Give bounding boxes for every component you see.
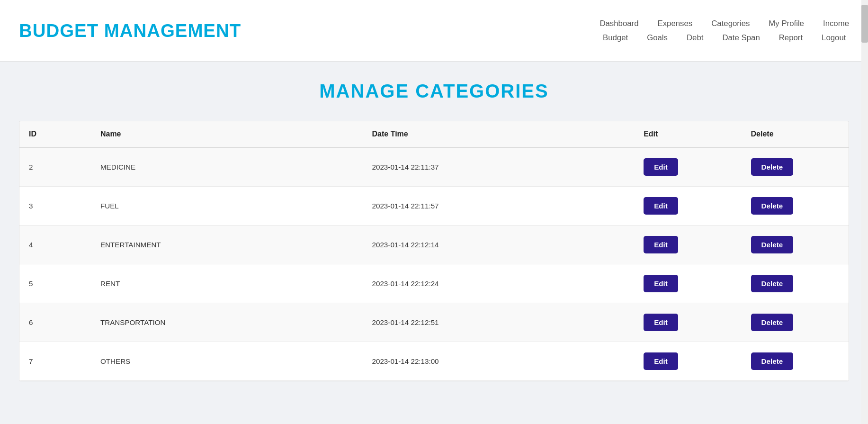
- edit-button[interactable]: Edit: [644, 352, 678, 370]
- cell-id: 7: [19, 342, 91, 381]
- edit-button[interactable]: Edit: [644, 314, 678, 331]
- edit-button[interactable]: Edit: [644, 158, 678, 176]
- scrollbar-thumb[interactable]: [861, 5, 868, 43]
- cell-datetime: 2023-01-14 22:13:00: [363, 342, 635, 381]
- table-row: 2 MEDICINE 2023-01-14 22:11:37 Edit Dele…: [19, 147, 849, 187]
- delete-button[interactable]: Delete: [751, 197, 794, 215]
- table-row: 7 OTHERS 2023-01-14 22:13:00 Edit Delete: [19, 342, 849, 381]
- delete-button[interactable]: Delete: [751, 275, 794, 292]
- nav-budget[interactable]: Budget: [603, 33, 628, 43]
- nav-debt[interactable]: Debt: [687, 33, 703, 43]
- cell-delete: Delete: [742, 342, 849, 381]
- nav-report[interactable]: Report: [779, 33, 803, 43]
- col-header-name: Name: [91, 121, 363, 147]
- edit-button[interactable]: Edit: [644, 275, 678, 292]
- cell-datetime: 2023-01-14 22:12:51: [363, 303, 635, 342]
- col-header-id: ID: [19, 121, 91, 147]
- cell-datetime: 2023-01-14 22:12:24: [363, 264, 635, 303]
- nav-categories[interactable]: Categories: [711, 19, 750, 28]
- col-header-edit: Edit: [634, 121, 741, 147]
- cell-datetime: 2023-01-14 22:12:14: [363, 226, 635, 264]
- cell-edit: Edit: [634, 147, 741, 187]
- categories-table-wrapper: ID Name Date Time Edit Delete 2 MEDICINE…: [19, 121, 849, 381]
- cell-name: MEDICINE: [91, 147, 363, 187]
- cell-id: 3: [19, 187, 91, 226]
- cell-name: TRANSPORTATION: [91, 303, 363, 342]
- cell-delete: Delete: [742, 303, 849, 342]
- cell-edit: Edit: [634, 226, 741, 264]
- col-header-datetime: Date Time: [363, 121, 635, 147]
- cell-edit: Edit: [634, 187, 741, 226]
- cell-name: ENTERTAINMENT: [91, 226, 363, 264]
- delete-button[interactable]: Delete: [751, 352, 794, 370]
- main-content: MANAGE CATEGORIES ID Name Date Time Edit…: [0, 62, 868, 391]
- cell-id: 4: [19, 226, 91, 264]
- cell-datetime: 2023-01-14 22:11:37: [363, 147, 635, 187]
- edit-button[interactable]: Edit: [644, 197, 678, 215]
- cell-datetime: 2023-01-14 22:11:57: [363, 187, 635, 226]
- cell-name: FUEL: [91, 187, 363, 226]
- cell-delete: Delete: [742, 226, 849, 264]
- delete-button[interactable]: Delete: [751, 314, 794, 331]
- cell-delete: Delete: [742, 187, 849, 226]
- cell-id: 2: [19, 147, 91, 187]
- table-row: 3 FUEL 2023-01-14 22:11:57 Edit Delete: [19, 187, 849, 226]
- nav-dashboard[interactable]: Dashboard: [600, 19, 638, 28]
- nav-logout[interactable]: Logout: [822, 33, 846, 43]
- brand-title: BUDGET MANAGEMENT: [19, 20, 241, 41]
- table-row: 4 ENTERTAINMENT 2023-01-14 22:12:14 Edit…: [19, 226, 849, 264]
- table-header-row: ID Name Date Time Edit Delete: [19, 121, 849, 147]
- col-header-delete: Delete: [742, 121, 849, 147]
- cell-edit: Edit: [634, 264, 741, 303]
- nav-row-1: DashboardExpensesCategoriesMy ProfileInc…: [600, 19, 849, 28]
- delete-button[interactable]: Delete: [751, 236, 794, 253]
- page-title: MANAGE CATEGORIES: [19, 81, 849, 102]
- delete-button[interactable]: Delete: [751, 158, 794, 176]
- header: BUDGET MANAGEMENT DashboardExpensesCateg…: [0, 0, 868, 62]
- cell-id: 5: [19, 264, 91, 303]
- cell-id: 6: [19, 303, 91, 342]
- categories-table: ID Name Date Time Edit Delete 2 MEDICINE…: [19, 121, 849, 381]
- nav-expenses[interactable]: Expenses: [658, 19, 693, 28]
- nav-datespan[interactable]: Date Span: [722, 33, 760, 43]
- nav-income[interactable]: Income: [823, 19, 849, 28]
- cell-edit: Edit: [634, 303, 741, 342]
- cell-edit: Edit: [634, 342, 741, 381]
- scrollbar[interactable]: [861, 0, 868, 424]
- nav: DashboardExpensesCategoriesMy ProfileInc…: [600, 19, 849, 43]
- nav-myprofile[interactable]: My Profile: [769, 19, 804, 28]
- table-body: 2 MEDICINE 2023-01-14 22:11:37 Edit Dele…: [19, 147, 849, 381]
- table-row: 5 RENT 2023-01-14 22:12:24 Edit Delete: [19, 264, 849, 303]
- edit-button[interactable]: Edit: [644, 236, 678, 253]
- cell-name: RENT: [91, 264, 363, 303]
- nav-goals[interactable]: Goals: [647, 33, 668, 43]
- table-row: 6 TRANSPORTATION 2023-01-14 22:12:51 Edi…: [19, 303, 849, 342]
- cell-name: OTHERS: [91, 342, 363, 381]
- cell-delete: Delete: [742, 147, 849, 187]
- cell-delete: Delete: [742, 264, 849, 303]
- nav-row-2: BudgetGoalsDebtDate SpanReportLogout: [603, 33, 846, 43]
